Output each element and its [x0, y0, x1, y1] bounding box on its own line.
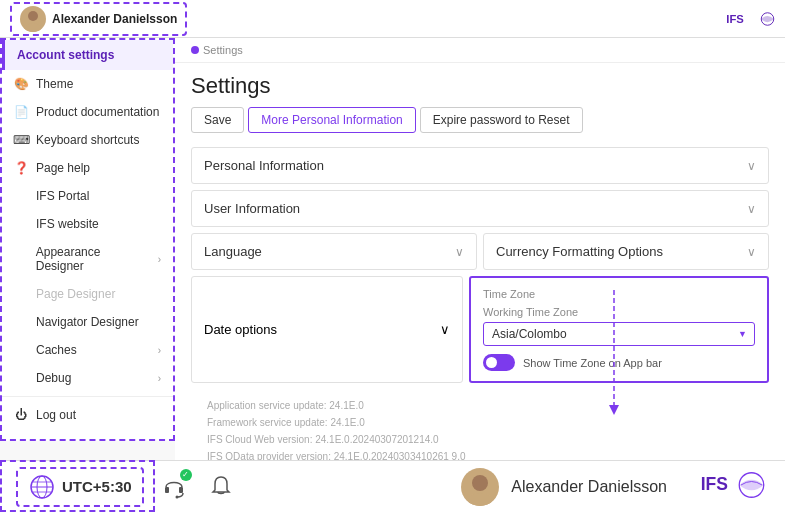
- version-info: Application service update: 24.1E.0 Fram…: [191, 389, 769, 460]
- keyboard-icon: ⌨: [14, 133, 28, 147]
- personal-info-section[interactable]: Personal Information ∨: [191, 147, 769, 184]
- language-label: Language: [204, 244, 262, 259]
- svg-rect-9: [165, 487, 169, 493]
- svg-point-11: [175, 495, 178, 498]
- settings-header: Settings Save More Personal Information …: [175, 63, 785, 139]
- bell-icon-wrap[interactable]: [208, 474, 234, 500]
- chevron-right-icon: ›: [158, 254, 161, 265]
- user-info-section[interactable]: User Information ∨: [191, 190, 769, 227]
- svg-text:IFS: IFS: [726, 13, 744, 25]
- bottom-icons: ✓: [160, 473, 234, 501]
- tab-expire-password[interactable]: Expire password to Reset: [420, 107, 583, 133]
- bottom-username: Alexander Danielsson: [511, 478, 667, 496]
- save-button[interactable]: Save: [191, 107, 244, 133]
- sidebar-label-help: Page help: [36, 161, 90, 175]
- date-options-chevron-icon: ∨: [440, 322, 450, 337]
- date-timezone-row: Date options ∨ Time Zone Working Time Zo…: [191, 276, 769, 383]
- svg-point-12: [472, 475, 488, 491]
- bottom-avatar: [461, 468, 499, 506]
- sidebar-label-caches: Caches: [36, 343, 77, 357]
- sidebar-item-page-designer: Page Designer: [2, 280, 173, 308]
- timezone-select-wrap[interactable]: Asia/Colombo UTC America/New_York Europe…: [483, 322, 755, 346]
- cloud-web-version: IFS Cloud Web version: 24.1E.0.202403072…: [207, 431, 753, 448]
- sidebar-item-navigator-designer[interactable]: Navigator Designer: [2, 308, 173, 336]
- page-designer-icon: [14, 287, 28, 301]
- docs-icon: 📄: [14, 105, 28, 119]
- sidebar-item-page-help[interactable]: ❓ Page help: [2, 154, 173, 182]
- sidebar-item-debug[interactable]: Debug ›: [2, 364, 173, 392]
- show-timezone-row: Show Time Zone on App bar: [483, 354, 755, 371]
- ifs-logo-bottom: IFS: [699, 467, 769, 506]
- breadcrumb-dot: [191, 46, 199, 54]
- user-menu-trigger[interactable]: Alexander Danielsson: [10, 2, 187, 36]
- user-info-label: User Information: [204, 201, 300, 216]
- top-bar-username: Alexander Danielsson: [52, 12, 177, 26]
- sidebar-item-ifs-portal[interactable]: IFS Portal: [2, 182, 173, 210]
- user-info-chevron-icon: ∨: [747, 202, 756, 216]
- currency-formatting-section[interactable]: Currency Formatting Options ∨: [483, 233, 769, 270]
- app-service-version: Application service update: 24.1E.0: [207, 397, 753, 414]
- ifs-logo-top: IFS: [725, 8, 775, 30]
- language-chevron-icon: ∨: [455, 245, 464, 259]
- sidebar-item-product-docs[interactable]: 📄 Product documentation: [2, 98, 173, 126]
- sidebar-item-account-settings[interactable]: Account settings: [2, 40, 173, 70]
- working-timezone-label: Working Time Zone: [483, 306, 755, 318]
- sidebar-label-appearance: Appearance Designer: [36, 245, 150, 273]
- utc-display: UTC+5:30: [16, 467, 144, 507]
- timezone-title: Time Zone: [483, 288, 755, 300]
- page-title: Settings: [191, 73, 769, 99]
- sidebar-item-keyboard-shortcuts[interactable]: ⌨ Keyboard shortcuts: [2, 126, 173, 154]
- bell-icon: [208, 474, 234, 500]
- bottom-user-section: Alexander Danielsson IFS: [461, 467, 769, 506]
- theme-icon: 🎨: [14, 77, 28, 91]
- sidebar-item-theme[interactable]: 🎨 Theme: [2, 70, 173, 98]
- language-section[interactable]: Language ∨: [191, 233, 477, 270]
- breadcrumb: Settings: [175, 38, 785, 63]
- sidebar-label-docs: Product documentation: [36, 105, 159, 119]
- caches-icon: [14, 343, 28, 357]
- framework-version: Framework service update: 24.1E.0: [207, 414, 753, 431]
- appearance-icon: [14, 252, 28, 266]
- portal-icon: [14, 189, 28, 203]
- personal-info-chevron-icon: ∨: [747, 159, 756, 173]
- chevron-debug-icon: ›: [158, 373, 161, 384]
- sidebar-divider: [2, 396, 173, 397]
- chevron-caches-icon: ›: [158, 345, 161, 356]
- settings-tabs: Save More Personal Information Expire pa…: [191, 107, 769, 133]
- currency-label: Currency Formatting Options: [496, 244, 663, 259]
- settings-body: Personal Information ∨ User Information …: [175, 139, 785, 460]
- sidebar-item-caches[interactable]: Caches ›: [2, 336, 173, 364]
- sidebar-label-logout: Log out: [36, 408, 76, 422]
- language-currency-row: Language ∨ Currency Formatting Options ∨: [191, 233, 769, 270]
- date-options-section[interactable]: Date options ∨: [191, 276, 463, 383]
- breadcrumb-text: Settings: [203, 44, 243, 56]
- svg-text:IFS: IFS: [701, 474, 728, 494]
- sidebar-label-keyboard: Keyboard shortcuts: [36, 133, 139, 147]
- svg-point-0: [28, 11, 38, 21]
- debug-icon: [14, 371, 28, 385]
- sidebar-item-appearance-designer[interactable]: Appearance Designer ›: [2, 238, 173, 280]
- svg-point-13: [468, 493, 492, 506]
- utc-text: UTC+5:30: [62, 478, 132, 495]
- bottom-bar: UTC+5:30 ✓ Alexander Dani: [0, 460, 785, 512]
- odata-version: IFS OData provider version: 24.1E.0.2024…: [207, 448, 753, 460]
- sidebar-item-ifs-website[interactable]: IFS website: [2, 210, 173, 238]
- currency-chevron-icon: ∨: [747, 245, 756, 259]
- top-bar: Alexander Danielsson IFS: [0, 0, 785, 38]
- sidebar-account-label: Account settings: [17, 48, 114, 62]
- sidebar-item-logout[interactable]: ⏻ Log out: [2, 401, 173, 429]
- show-timezone-toggle[interactable]: [483, 354, 515, 371]
- sidebar-label-page-designer: Page Designer: [36, 287, 115, 301]
- tab-more-personal-info[interactable]: More Personal Information: [248, 107, 415, 133]
- avatar: [20, 6, 46, 32]
- help-icon: ❓: [14, 161, 28, 175]
- sidebar-label-debug: Debug: [36, 371, 71, 385]
- headset-icon-wrap[interactable]: ✓: [160, 473, 188, 501]
- timezone-select[interactable]: Asia/Colombo UTC America/New_York Europe…: [483, 322, 755, 346]
- navigator-icon: [14, 315, 28, 329]
- logout-icon: ⏻: [14, 408, 28, 422]
- website-icon: [14, 217, 28, 231]
- show-timezone-label: Show Time Zone on App bar: [523, 357, 662, 369]
- date-options-col: Date options ∨: [191, 276, 463, 383]
- personal-info-label: Personal Information: [204, 158, 324, 173]
